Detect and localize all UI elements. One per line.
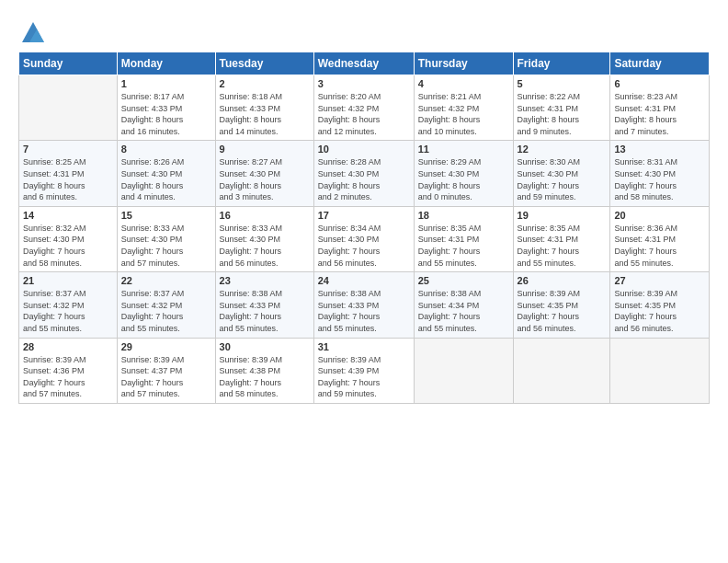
- col-header-thursday: Thursday: [414, 52, 513, 75]
- day-info: Sunrise: 8:33 AMSunset: 4:30 PMDaylight:…: [121, 223, 211, 269]
- calendar-cell: 23Sunrise: 8:38 AMSunset: 4:33 PMDayligh…: [215, 272, 313, 338]
- day-info: Sunrise: 8:27 AMSunset: 4:30 PMDaylight:…: [220, 156, 310, 202]
- calendar-cell: 26Sunrise: 8:39 AMSunset: 4:35 PMDayligh…: [513, 272, 610, 338]
- calendar-cell: 7Sunrise: 8:25 AMSunset: 4:31 PMDaylight…: [19, 141, 118, 206]
- day-number: 29: [121, 341, 211, 352]
- calendar-cell: 18Sunrise: 8:35 AMSunset: 4:31 PMDayligh…: [414, 206, 513, 271]
- col-header-sunday: Sunday: [19, 52, 118, 75]
- day-info: Sunrise: 8:38 AMSunset: 4:33 PMDaylight:…: [220, 288, 310, 334]
- day-number: 5: [518, 78, 607, 89]
- day-info: Sunrise: 8:26 AMSunset: 4:30 PMDaylight:…: [121, 156, 211, 202]
- day-info: Sunrise: 8:35 AMSunset: 4:31 PMDaylight:…: [418, 223, 509, 269]
- day-info: Sunrise: 8:17 AMSunset: 4:33 PMDaylight:…: [121, 91, 211, 137]
- calendar-cell: 2Sunrise: 8:18 AMSunset: 4:33 PMDaylight…: [215, 75, 313, 141]
- calendar-cell: 27Sunrise: 8:39 AMSunset: 4:35 PMDayligh…: [610, 272, 710, 338]
- day-number: 8: [121, 144, 211, 155]
- day-info: Sunrise: 8:35 AMSunset: 4:31 PMDaylight:…: [518, 223, 607, 269]
- day-number: 16: [220, 210, 310, 221]
- week-row-4: 21Sunrise: 8:37 AMSunset: 4:32 PMDayligh…: [19, 272, 710, 338]
- day-number: 24: [318, 275, 410, 286]
- day-number: 3: [318, 78, 410, 89]
- calendar-cell: 12Sunrise: 8:30 AMSunset: 4:30 PMDayligh…: [513, 141, 610, 206]
- day-number: 13: [614, 144, 705, 155]
- day-info: Sunrise: 8:32 AMSunset: 4:30 PMDaylight:…: [23, 223, 113, 269]
- header: [18, 17, 710, 46]
- calendar-cell: [513, 338, 610, 403]
- col-header-friday: Friday: [513, 52, 610, 75]
- col-header-monday: Monday: [117, 52, 215, 75]
- day-number: 28: [23, 341, 113, 352]
- calendar-cell: 14Sunrise: 8:32 AMSunset: 4:30 PMDayligh…: [19, 206, 118, 271]
- calendar-cell: 3Sunrise: 8:20 AMSunset: 4:32 PMDaylight…: [313, 75, 414, 141]
- day-info: Sunrise: 8:21 AMSunset: 4:32 PMDaylight:…: [418, 91, 509, 137]
- day-number: 4: [418, 78, 509, 89]
- logo: [18, 20, 46, 46]
- calendar-cell: 4Sunrise: 8:21 AMSunset: 4:32 PMDaylight…: [414, 75, 513, 141]
- day-info: Sunrise: 8:29 AMSunset: 4:30 PMDaylight:…: [418, 156, 509, 202]
- calendar-cell: 13Sunrise: 8:31 AMSunset: 4:30 PMDayligh…: [610, 141, 710, 206]
- calendar-cell: [19, 75, 118, 141]
- day-number: 26: [518, 275, 607, 286]
- day-number: 12: [518, 144, 607, 155]
- day-info: Sunrise: 8:39 AMSunset: 4:39 PMDaylight:…: [318, 354, 410, 400]
- day-number: 22: [121, 275, 211, 286]
- calendar-cell: 22Sunrise: 8:37 AMSunset: 4:32 PMDayligh…: [117, 272, 215, 338]
- day-info: Sunrise: 8:39 AMSunset: 4:35 PMDaylight:…: [614, 288, 705, 334]
- calendar-cell: 29Sunrise: 8:39 AMSunset: 4:37 PMDayligh…: [117, 338, 215, 403]
- col-header-tuesday: Tuesday: [215, 52, 313, 75]
- day-number: 19: [518, 210, 607, 221]
- calendar-cell: 28Sunrise: 8:39 AMSunset: 4:36 PMDayligh…: [19, 338, 118, 403]
- calendar-cell: 9Sunrise: 8:27 AMSunset: 4:30 PMDaylight…: [215, 141, 313, 206]
- calendar-cell: 31Sunrise: 8:39 AMSunset: 4:39 PMDayligh…: [313, 338, 414, 403]
- day-info: Sunrise: 8:37 AMSunset: 4:32 PMDaylight:…: [23, 288, 113, 334]
- week-row-1: 1Sunrise: 8:17 AMSunset: 4:33 PMDaylight…: [19, 75, 710, 141]
- calendar-cell: 16Sunrise: 8:33 AMSunset: 4:30 PMDayligh…: [215, 206, 313, 271]
- day-number: 25: [418, 275, 509, 286]
- day-info: Sunrise: 8:31 AMSunset: 4:30 PMDaylight:…: [614, 156, 705, 202]
- day-info: Sunrise: 8:38 AMSunset: 4:34 PMDaylight:…: [418, 288, 509, 334]
- day-info: Sunrise: 8:39 AMSunset: 4:38 PMDaylight:…: [220, 354, 310, 400]
- calendar-cell: 30Sunrise: 8:39 AMSunset: 4:38 PMDayligh…: [215, 338, 313, 403]
- calendar-cell: 19Sunrise: 8:35 AMSunset: 4:31 PMDayligh…: [513, 206, 610, 271]
- day-number: 14: [23, 210, 113, 221]
- day-number: 10: [318, 144, 410, 155]
- day-info: Sunrise: 8:22 AMSunset: 4:31 PMDaylight:…: [518, 91, 607, 137]
- logo-icon: [20, 20, 46, 46]
- day-info: Sunrise: 8:39 AMSunset: 4:37 PMDaylight:…: [121, 354, 211, 400]
- day-info: Sunrise: 8:23 AMSunset: 4:31 PMDaylight:…: [614, 91, 705, 137]
- day-info: Sunrise: 8:39 AMSunset: 4:36 PMDaylight:…: [23, 354, 113, 400]
- day-number: 1: [121, 78, 211, 89]
- calendar-cell: 20Sunrise: 8:36 AMSunset: 4:31 PMDayligh…: [610, 206, 710, 271]
- day-number: 30: [220, 341, 310, 352]
- day-number: 31: [318, 341, 410, 352]
- day-number: 20: [614, 210, 705, 221]
- calendar-header-row: SundayMondayTuesdayWednesdayThursdayFrid…: [19, 52, 710, 75]
- day-info: Sunrise: 8:25 AMSunset: 4:31 PMDaylight:…: [23, 156, 113, 202]
- day-number: 21: [23, 275, 113, 286]
- day-number: 23: [220, 275, 310, 286]
- calendar-cell: 5Sunrise: 8:22 AMSunset: 4:31 PMDaylight…: [513, 75, 610, 141]
- calendar-cell: 25Sunrise: 8:38 AMSunset: 4:34 PMDayligh…: [414, 272, 513, 338]
- day-number: 18: [418, 210, 509, 221]
- calendar-cell: [610, 338, 710, 403]
- week-row-2: 7Sunrise: 8:25 AMSunset: 4:31 PMDaylight…: [19, 141, 710, 206]
- day-info: Sunrise: 8:34 AMSunset: 4:30 PMDaylight:…: [318, 223, 410, 269]
- calendar-cell: 11Sunrise: 8:29 AMSunset: 4:30 PMDayligh…: [414, 141, 513, 206]
- calendar-cell: 24Sunrise: 8:38 AMSunset: 4:33 PMDayligh…: [313, 272, 414, 338]
- day-info: Sunrise: 8:38 AMSunset: 4:33 PMDaylight:…: [318, 288, 410, 334]
- day-info: Sunrise: 8:39 AMSunset: 4:35 PMDaylight:…: [518, 288, 607, 334]
- day-number: 7: [23, 144, 113, 155]
- day-info: Sunrise: 8:18 AMSunset: 4:33 PMDaylight:…: [220, 91, 310, 137]
- day-info: Sunrise: 8:28 AMSunset: 4:30 PMDaylight:…: [318, 156, 410, 202]
- calendar-cell: 10Sunrise: 8:28 AMSunset: 4:30 PMDayligh…: [313, 141, 414, 206]
- day-number: 17: [318, 210, 410, 221]
- calendar-cell: 1Sunrise: 8:17 AMSunset: 4:33 PMDaylight…: [117, 75, 215, 141]
- week-row-5: 28Sunrise: 8:39 AMSunset: 4:36 PMDayligh…: [19, 338, 710, 403]
- col-header-wednesday: Wednesday: [313, 52, 414, 75]
- day-info: Sunrise: 8:33 AMSunset: 4:30 PMDaylight:…: [220, 223, 310, 269]
- day-number: 27: [614, 275, 705, 286]
- day-number: 9: [220, 144, 310, 155]
- calendar-cell: 15Sunrise: 8:33 AMSunset: 4:30 PMDayligh…: [117, 206, 215, 271]
- week-row-3: 14Sunrise: 8:32 AMSunset: 4:30 PMDayligh…: [19, 206, 710, 271]
- calendar-cell: 8Sunrise: 8:26 AMSunset: 4:30 PMDaylight…: [117, 141, 215, 206]
